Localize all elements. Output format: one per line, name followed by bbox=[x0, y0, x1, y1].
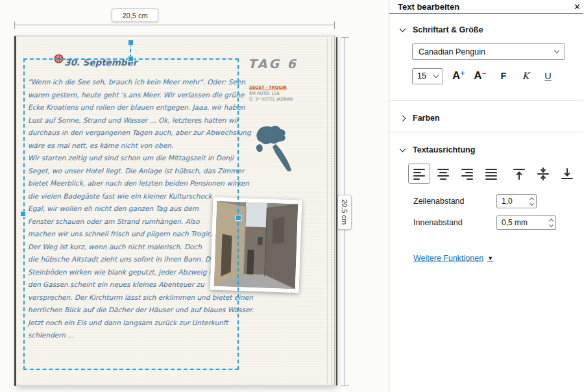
divider bbox=[389, 100, 583, 101]
chevron-down-icon bbox=[433, 72, 439, 77]
more-functions-label: Weitere Funktionen bbox=[413, 254, 483, 263]
day-notes: SEGET · TROGIR KM AUTO: 156 Ü: 3* HOTEL … bbox=[249, 85, 293, 103]
align-bottom-button[interactable] bbox=[556, 164, 578, 184]
align-left-button[interactable] bbox=[408, 164, 430, 184]
note-km: KM AUTO: 156 bbox=[249, 91, 293, 97]
font-family-select[interactable]: Canadian Penguin bbox=[412, 43, 565, 60]
day-title: TAG 6 bbox=[248, 56, 298, 71]
page-width-label: 20,5 cm bbox=[112, 8, 158, 22]
line-spacing-label: Zeilenabstand bbox=[413, 197, 496, 206]
panel-title: Text bearbeiten bbox=[398, 2, 459, 12]
font-tools-row: 15 A+ A− F K U bbox=[412, 67, 583, 84]
spinner-arrows[interactable] bbox=[530, 198, 533, 205]
page-canvas: 20,5 cm 20,5 cm 30. September "Wenn ich … bbox=[0, 0, 389, 392]
section-colors-label: Farben bbox=[413, 114, 440, 123]
text-edit-panel: Text bearbeiten ✕ Schriftart & Größe Can… bbox=[389, 0, 583, 392]
align-vertical-center-button[interactable] bbox=[532, 164, 554, 184]
bold-button[interactable]: F bbox=[501, 71, 507, 81]
more-functions-link[interactable]: Weitere Funktionen ▼ bbox=[413, 254, 493, 263]
padding-input[interactable]: 0,5 mm bbox=[496, 215, 556, 230]
chevron-down-icon bbox=[529, 201, 534, 205]
section-colors[interactable]: Farben bbox=[400, 114, 583, 123]
increase-font-size-button[interactable]: A+ bbox=[452, 69, 465, 82]
align-top-button[interactable] bbox=[508, 164, 530, 184]
font-size-value: 15 bbox=[417, 71, 426, 80]
section-alignment[interactable]: Textausrichtung bbox=[400, 145, 583, 154]
section-font-size[interactable]: Schriftart & Größe bbox=[400, 25, 583, 34]
page-height-label: 20,5 cm bbox=[337, 195, 352, 230]
line-spacing-input[interactable]: 1,0 bbox=[496, 194, 537, 208]
decrease-font-size-button[interactable]: A− bbox=[474, 69, 486, 82]
panel-header: Text bearbeiten ✕ bbox=[389, 0, 583, 14]
note-hotel: Ü: 3* HOTEL JADRAN bbox=[249, 97, 293, 103]
note-route: SEGET · TROGIR bbox=[249, 85, 293, 91]
resize-handle-top[interactable] bbox=[128, 56, 134, 62]
horizontal-ruler bbox=[14, 25, 335, 25]
section-alignment-label: Textausrichtung bbox=[413, 145, 475, 154]
chevron-down-icon bbox=[554, 48, 559, 53]
line-spacing-row: Zeilenabstand 1,0 bbox=[413, 194, 583, 208]
padding-label: Innenabstand bbox=[413, 218, 496, 227]
croatia-map-icon bbox=[254, 125, 291, 177]
triangle-down-icon: ▼ bbox=[487, 255, 493, 262]
divider bbox=[389, 132, 583, 132]
rotate-handle[interactable] bbox=[128, 40, 134, 45]
line-spacing-value: 1,0 bbox=[502, 197, 513, 206]
alignment-buttons bbox=[408, 164, 583, 184]
section-font-size-label: Schriftart & Größe bbox=[413, 25, 483, 34]
padding-value: 0,5 mm bbox=[502, 218, 528, 227]
align-right-button[interactable] bbox=[456, 164, 478, 184]
text-frame-selection[interactable] bbox=[23, 58, 239, 370]
chevron-down-icon bbox=[549, 222, 554, 227]
chevron-right-icon bbox=[400, 115, 406, 121]
font-family-value: Canadian Penguin bbox=[419, 47, 485, 56]
spinner-arrows[interactable] bbox=[550, 219, 553, 227]
italic-button[interactable]: K bbox=[522, 71, 529, 81]
close-icon[interactable]: ✕ bbox=[574, 3, 581, 11]
padding-row: Innenabstand 0,5 mm bbox=[413, 215, 583, 230]
chevron-down-icon bbox=[400, 26, 406, 32]
chevron-down-icon bbox=[400, 146, 406, 153]
photobook-editor: 20,5 cm 20,5 cm 30. September "Wenn ich … bbox=[0, 0, 584, 392]
resize-handle-left[interactable] bbox=[20, 211, 26, 217]
align-justify-button[interactable] bbox=[480, 164, 502, 184]
font-size-select[interactable]: 15 bbox=[412, 68, 443, 84]
underline-button[interactable]: U bbox=[544, 71, 551, 81]
resize-handle-right[interactable] bbox=[236, 215, 241, 221]
align-center-button[interactable] bbox=[432, 164, 454, 184]
